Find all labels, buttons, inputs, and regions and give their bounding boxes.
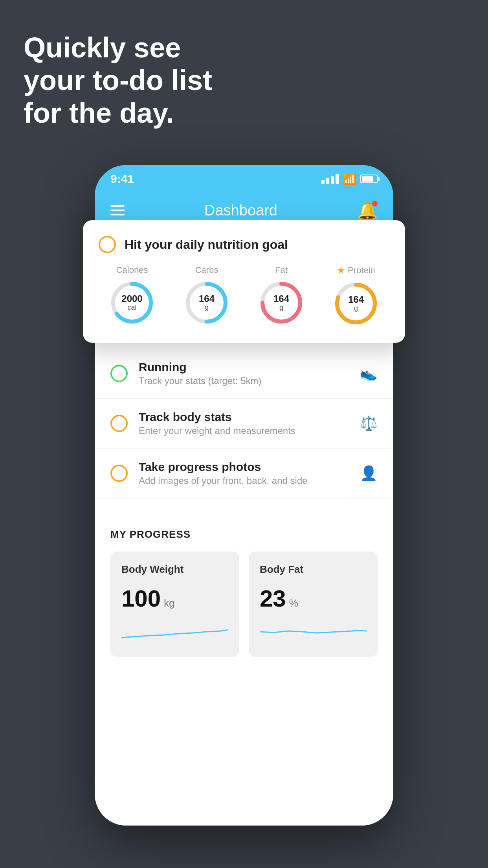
calories-stat: Calories 2000 cal xyxy=(108,265,156,327)
photos-icon: 👤 xyxy=(360,465,378,482)
bodystats-subtitle: Enter your weight and measurements xyxy=(139,425,349,436)
wifi-icon: 📶 xyxy=(343,173,356,186)
carbs-stat: Carbs 164 g xyxy=(183,265,230,327)
body-weight-value-container: 100 kg xyxy=(121,585,228,612)
running-radio[interactable] xyxy=(110,365,128,382)
progress-section: MY PROGRESS Body Weight 100 kg Body Fat … xyxy=(95,514,393,671)
status-icons: 📶 xyxy=(321,173,378,186)
protein-donut: 164 g xyxy=(332,280,380,327)
notification-button[interactable]: 🔔 xyxy=(357,201,378,220)
protein-label-container: ★ Protein xyxy=(337,265,375,276)
calories-donut: 2000 cal xyxy=(108,279,156,326)
body-fat-unit: % xyxy=(289,597,298,609)
carbs-unit: g xyxy=(199,304,215,312)
body-fat-chart xyxy=(260,620,367,644)
carbs-donut: 164 g xyxy=(183,279,230,326)
fat-value: 164 xyxy=(273,294,289,304)
photos-title: Take progress photos xyxy=(139,460,349,474)
body-weight-value: 100 xyxy=(121,585,161,612)
bodystats-radio[interactable] xyxy=(110,415,128,432)
signal-icon xyxy=(321,174,339,184)
body-weight-label: Body Weight xyxy=(121,563,228,576)
list-item[interactable]: Track body stats Enter your weight and m… xyxy=(95,399,393,449)
running-title: Running xyxy=(139,360,349,374)
body-weight-card[interactable]: Body Weight 100 kg xyxy=(110,552,239,657)
carbs-label: Carbs xyxy=(195,265,218,275)
nutrition-radio[interactable] xyxy=(99,236,116,253)
nutrition-card: Hit your daily nutrition goal Calories 2… xyxy=(83,220,405,343)
fat-unit: g xyxy=(273,304,289,312)
bodystats-title: Track body stats xyxy=(139,410,349,424)
nav-title: Dashboard xyxy=(204,202,277,219)
fat-donut: 164 g xyxy=(258,279,305,326)
status-time: 9:41 xyxy=(110,172,134,186)
menu-button[interactable] xyxy=(110,205,125,215)
progress-cards: Body Weight 100 kg Body Fat 23 % xyxy=(110,552,378,657)
carbs-value: 164 xyxy=(199,294,215,304)
protein-stat: ★ Protein 164 g xyxy=(332,265,380,327)
calories-label: Calories xyxy=(116,265,148,275)
body-weight-unit: kg xyxy=(164,597,174,609)
list-item[interactable]: Running Track your stats (target: 5km) 👟 xyxy=(95,349,393,399)
body-fat-card[interactable]: Body Fat 23 % xyxy=(249,552,378,657)
bodystats-text: Track body stats Enter your weight and m… xyxy=(139,410,349,436)
running-subtitle: Track your stats (target: 5km) xyxy=(139,375,349,386)
nutrition-stats: Calories 2000 cal Carbs xyxy=(99,265,389,327)
fat-label: Fat xyxy=(275,265,288,275)
body-weight-chart xyxy=(121,620,228,644)
running-icon: 👟 xyxy=(360,365,378,382)
star-icon: ★ xyxy=(337,265,345,276)
nutrition-card-header: Hit your daily nutrition goal xyxy=(99,236,389,253)
battery-icon xyxy=(360,175,378,183)
photos-subtitle: Add images of your front, back, and side xyxy=(139,475,349,486)
protein-label: Protein xyxy=(348,265,375,276)
todo-list: Running Track your stats (target: 5km) 👟… xyxy=(95,349,393,498)
notification-badge xyxy=(372,201,378,206)
progress-title: MY PROGRESS xyxy=(110,528,378,541)
calories-unit: cal xyxy=(121,304,142,312)
body-fat-value-container: 23 % xyxy=(260,585,367,612)
photos-text: Take progress photos Add images of your … xyxy=(139,460,349,486)
hero-text: Quickly see your to-do list for the day. xyxy=(24,31,212,129)
list-item[interactable]: Take progress photos Add images of your … xyxy=(95,449,393,498)
running-text: Running Track your stats (target: 5km) xyxy=(139,360,349,386)
protein-unit: g xyxy=(348,305,364,313)
fat-stat: Fat 164 g xyxy=(258,265,305,327)
nutrition-title: Hit your daily nutrition goal xyxy=(125,237,288,252)
calories-value: 2000 xyxy=(121,294,142,304)
bodystats-icon: ⚖️ xyxy=(360,415,378,432)
status-bar: 9:41 📶 xyxy=(95,165,393,193)
body-fat-value: 23 xyxy=(260,585,286,612)
photos-radio[interactable] xyxy=(110,465,128,482)
body-fat-label: Body Fat xyxy=(260,563,367,576)
protein-value: 164 xyxy=(348,294,364,305)
